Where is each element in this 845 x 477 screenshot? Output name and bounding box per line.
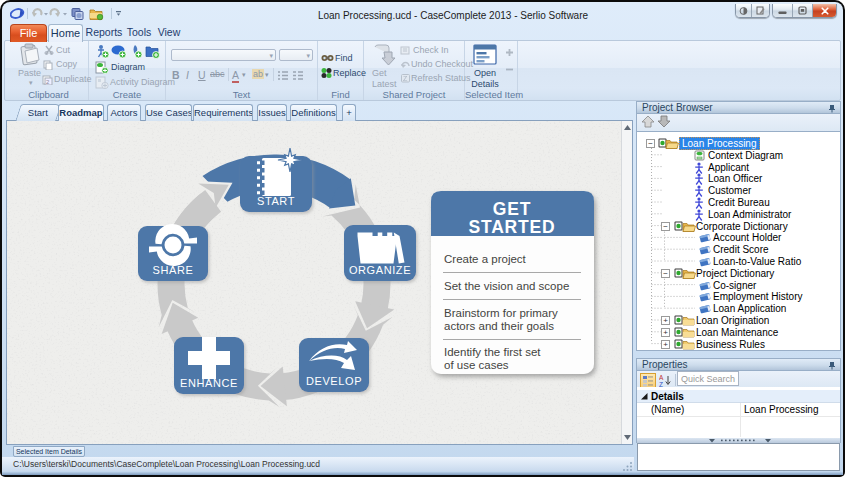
svg-text:actors and their goals: actors and their goals <box>444 320 554 332</box>
svg-text:START: START <box>257 195 295 207</box>
svg-text:Create a project: Create a project <box>444 253 527 265</box>
svg-text:DEVELOP: DEVELOP <box>306 375 362 387</box>
svg-text:of use cases: of use cases <box>444 359 509 371</box>
svg-text:Identify the first set: Identify the first set <box>444 346 541 358</box>
svg-text:GET: GET <box>493 199 531 219</box>
svg-text:Brainstorm for primary: Brainstorm for primary <box>444 307 558 319</box>
svg-text:STARTED: STARTED <box>469 217 556 237</box>
svg-text:Set the vision and scope: Set the vision and scope <box>444 280 569 292</box>
svg-text:ORGANIZE: ORGANIZE <box>349 264 411 276</box>
svg-text:Z: Z <box>403 75 408 82</box>
